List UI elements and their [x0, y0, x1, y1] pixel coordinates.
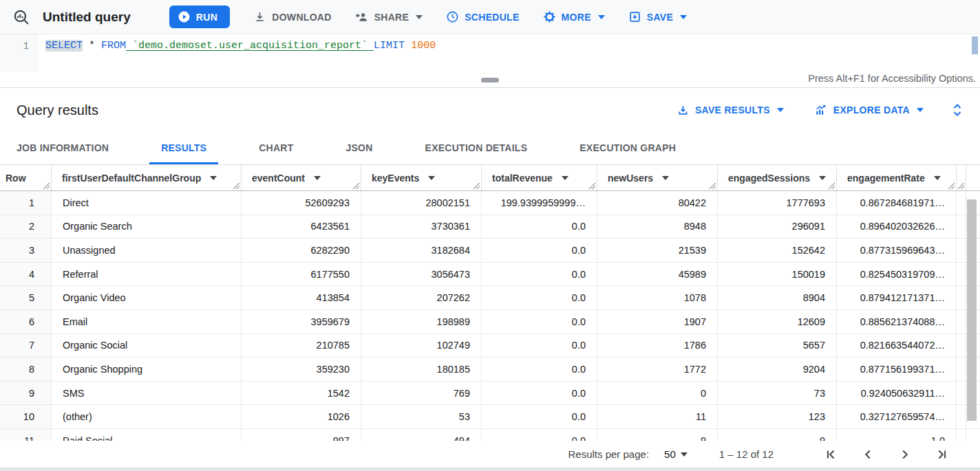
sql-table-reference[interactable]: `demo.demoset.user_acquisition_report`	[126, 40, 374, 52]
tab-results[interactable]: RESULTS	[149, 132, 218, 164]
column-menu-arrow-icon[interactable]	[934, 176, 941, 180]
previous-page-button[interactable]	[860, 447, 875, 462]
row-number: 5	[0, 286, 52, 309]
sql-editor[interactable]: 1 SELECT * FROM `demo.demoset.user_acqui…	[0, 34, 980, 72]
table-cell: 6177550	[242, 263, 361, 286]
table-cell-clipped	[957, 263, 966, 286]
column-menu-arrow-icon[interactable]	[314, 176, 321, 180]
table-cell: Organic Video	[52, 286, 242, 309]
results-per-page-label: Results per page:	[568, 448, 650, 460]
save-dropdown-arrow-icon	[680, 15, 687, 19]
column-header-Row[interactable]: Row	[0, 165, 52, 190]
save-button[interactable]: SAVE	[628, 10, 687, 23]
horizontal-scrollbar-track[interactable]	[0, 468, 980, 471]
last-page-button[interactable]	[935, 447, 950, 462]
table-cell: 0.0	[482, 215, 597, 239]
tab-json[interactable]: JSON	[334, 132, 384, 164]
column-header-engagementRate[interactable]: engagementRate	[837, 165, 957, 190]
table-row: 4Referral617755030564730.0459891500190.8…	[0, 263, 980, 287]
chevron-right-icon	[897, 447, 913, 462]
editor-scrollbar-thumb[interactable]	[972, 36, 978, 54]
column-resize-handle-icon[interactable]	[948, 182, 955, 189]
column-menu-arrow-icon[interactable]	[819, 176, 826, 180]
line-number: 1	[23, 41, 29, 52]
accessibility-hint: Press Alt+F1 for Accessibility Options.	[808, 73, 976, 84]
more-button[interactable]: MORE	[543, 10, 605, 23]
pagination-bar: Results per page: 50 1 – 12 of 12	[0, 441, 980, 468]
download-button[interactable]: DOWNLOAD	[253, 10, 331, 23]
column-header-label: eventCount	[252, 173, 305, 184]
last-page-icon	[935, 447, 950, 462]
column-resize-handle-icon[interactable]	[473, 182, 480, 189]
table-cell: Organic Search	[52, 215, 242, 239]
page-size-select[interactable]: 50	[664, 448, 688, 460]
run-button[interactable]: RUN	[169, 6, 231, 28]
sql-code-line[interactable]: SELECT * FROM `demo.demoset.user_acquisi…	[39, 34, 436, 72]
collapse-expand-panel-button[interactable]	[951, 102, 963, 118]
tab-job-information[interactable]: JOB INFORMATION	[5, 132, 120, 164]
column-header-firstUserDefaultChannelGroup[interactable]: firstUserDefaultChannelGroup	[52, 165, 242, 190]
column-menu-arrow-icon[interactable]	[428, 176, 435, 180]
column-header-newUsers[interactable]: newUsers	[597, 165, 718, 190]
table-cell: (other)	[52, 405, 242, 428]
sql-keyword-from: FROM	[101, 40, 126, 52]
table-cell: 199.9399959999…	[482, 191, 597, 215]
column-menu-arrow-icon[interactable]	[210, 176, 217, 180]
table-cell-clipped	[957, 310, 966, 333]
table-cell: Unassigned	[52, 239, 242, 262]
column-resize-handle-icon[interactable]	[233, 182, 239, 189]
column-resize-handle-icon[interactable]	[43, 182, 50, 189]
download-icon	[253, 10, 266, 23]
table-cell: 0.0	[482, 405, 597, 428]
column-header-label: firstUserDefaultChannelGroup	[62, 173, 201, 184]
table-cell: 0.0	[482, 358, 597, 381]
tab-chart[interactable]: CHART	[247, 132, 305, 164]
share-button[interactable]: SHARE	[355, 10, 423, 24]
table-cell: 0.825450319709…	[837, 263, 957, 286]
table-vertical-scrollbar-thumb[interactable]	[967, 199, 977, 421]
row-number: 7	[0, 334, 52, 358]
table-row: 3Unassigned628229031826840.0215391526420…	[0, 239, 980, 263]
column-resize-handle-icon[interactable]	[352, 182, 359, 189]
row-number: 3	[0, 239, 52, 262]
next-page-button[interactable]	[897, 447, 913, 462]
table-cell: 11	[597, 405, 718, 428]
row-number: 11	[0, 429, 52, 441]
table-cell: 198989	[361, 310, 482, 333]
table-cell: 0.327127659574…	[837, 405, 957, 428]
table-cell-clipped	[957, 334, 966, 358]
table-row: 9SMS15427690.00730.924050632911…	[0, 382, 980, 406]
table-cell: SMS	[52, 382, 242, 405]
table-row: 6Email39596791989890.01907126090.8856213…	[0, 310, 980, 334]
table-cell: 1026	[242, 405, 361, 428]
table-cell: 152642	[718, 239, 837, 262]
first-page-button[interactable]	[823, 447, 838, 462]
column-resize-handle-icon[interactable]	[709, 182, 716, 189]
column-menu-arrow-icon[interactable]	[662, 176, 669, 180]
explore-data-button[interactable]: EXPLORE DATA	[814, 103, 924, 117]
table-cell: 9	[718, 429, 837, 441]
table-cell: 0.0	[482, 239, 597, 262]
column-menu-arrow-icon[interactable]	[562, 176, 568, 180]
column-header-keyEvents[interactable]: keyEvents	[361, 165, 482, 190]
table-cell: 45989	[597, 263, 718, 286]
person-add-icon	[355, 10, 369, 24]
table-cell: 997	[242, 429, 361, 441]
table-cell-clipped	[957, 239, 966, 262]
table-cell: 210785	[242, 334, 361, 358]
column-header-eventCount[interactable]: eventCount	[242, 165, 361, 190]
table-cell: 6282290	[242, 239, 361, 262]
tab-execution-graph[interactable]: EXECUTION GRAPH	[568, 132, 688, 164]
column-resize-handle-icon[interactable]	[957, 182, 964, 189]
tab-execution-details[interactable]: EXECUTION DETAILS	[414, 132, 540, 164]
splitter-drag-handle[interactable]	[481, 78, 499, 83]
column-resize-handle-icon[interactable]	[828, 182, 835, 189]
row-number: 2	[0, 215, 52, 239]
save-results-button[interactable]: SAVE RESULTS	[677, 104, 784, 117]
column-resize-handle-icon[interactable]	[588, 182, 595, 189]
column-header-engagedSessions[interactable]: engagedSessions	[718, 165, 837, 190]
column-header-totalRevenue[interactable]: totalRevenue	[482, 165, 597, 190]
table-cell: Referral	[52, 263, 242, 286]
schedule-button[interactable]: SCHEDULE	[446, 10, 519, 23]
table-cell: 0.877156199371…	[837, 358, 957, 381]
